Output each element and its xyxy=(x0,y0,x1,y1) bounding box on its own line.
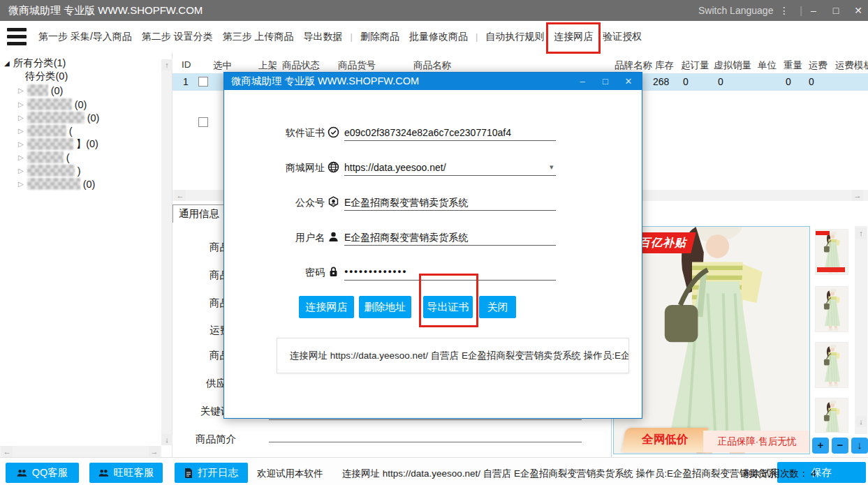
dialog-close-button[interactable]: ✕ xyxy=(619,73,638,90)
row-checkbox[interactable] xyxy=(198,77,208,87)
official-account-label: 公众号 xyxy=(272,197,325,209)
open-log-button[interactable]: 打开日志 xyxy=(175,463,248,483)
dialog-titlebar[interactable]: 微商城助理 专业版 WWW.SHOPFW.COM – □ ✕ xyxy=(224,73,642,90)
official-account-input[interactable]: E企盈招商裂变营销卖货系统 xyxy=(344,197,468,209)
move-image-down-button[interactable]: ↓ xyxy=(851,438,868,454)
cell-weight: 0 xyxy=(786,76,791,87)
col-unit[interactable]: 单位 xyxy=(758,59,777,72)
scroll-right-icon[interactable]: → xyxy=(149,446,160,457)
toolbar-item-batch-edit[interactable]: 批量修改商品 xyxy=(409,31,468,43)
thumbnail-red-tag xyxy=(816,231,830,235)
password-input[interactable]: ●●●●●●●●●●●●● xyxy=(344,268,407,275)
lowest-price-text: 全网低价 xyxy=(624,428,706,451)
col-selected[interactable]: 选中 xyxy=(213,59,232,72)
delete-address-button[interactable]: 删除地址 xyxy=(359,296,411,318)
scroll-right-icon[interactable]: → xyxy=(852,190,863,201)
scroll-left-icon[interactable]: ← xyxy=(175,190,186,201)
tree-item-censored[interactable]: ▷ ) xyxy=(18,164,81,177)
tree-root-all-categories[interactable]: ◢ 所有分类(1) xyxy=(4,57,66,70)
toolbar-item-verify-auth[interactable]: 验证授权 xyxy=(603,31,642,43)
col-brand[interactable]: 品牌名称 xyxy=(615,59,652,72)
certificate-value[interactable]: e09c02f387324e82a6c7ce2307710af4 xyxy=(344,127,511,138)
tab-general-info[interactable]: 通用信息 xyxy=(172,204,226,223)
tree-horizontal-scrollbar[interactable] xyxy=(0,446,161,457)
product-thumbnail[interactable] xyxy=(815,398,848,433)
brief-input-underline[interactable] xyxy=(269,442,582,442)
col-id[interactable]: ID xyxy=(182,59,191,70)
connect-shop-button[interactable]: 连接网店 xyxy=(299,296,354,318)
col-weight[interactable]: 重量 xyxy=(784,59,802,72)
tree-item-unclassified[interactable]: 待分类(0) xyxy=(25,70,68,83)
col-stock[interactable]: 库存 xyxy=(655,59,674,72)
tree-item-censored[interactable]: ▷ (0) xyxy=(18,84,63,97)
scroll-down-icon[interactable]: ↓ xyxy=(161,434,172,445)
username-input[interactable]: E企盈招商裂变营销卖货系统 xyxy=(344,232,468,244)
wangwang-support-button[interactable]: 旺旺客服 xyxy=(89,463,163,483)
hamburger-menu-icon[interactable] xyxy=(0,21,34,52)
col-shipping[interactable]: 运费 xyxy=(809,59,827,72)
category-tree-panel: ◢ 所有分类(1) 待分类(0) ▷ (0) ▷ (0) ▷ (0) ▷ ( ▷ xyxy=(0,52,172,457)
tree-item-censored[interactable]: ▷ ( xyxy=(18,124,73,137)
col-sku[interactable]: 商品货号 xyxy=(338,59,376,72)
cell-virtual-sales: 0 xyxy=(718,76,723,87)
tree-item-censored[interactable]: ▷ (0) xyxy=(18,177,95,191)
shop-url-input[interactable]: https://data.yeesoo.net/ xyxy=(344,162,446,173)
tree-collapsed-icon[interactable]: ▷ xyxy=(18,180,24,188)
cell-stock: 268 xyxy=(653,76,669,87)
scroll-up-icon[interactable]: ↑ xyxy=(161,59,172,70)
toolbar-item-connect-shop[interactable]: 连接网店 xyxy=(554,31,593,43)
col-name[interactable]: 商品名称 xyxy=(413,59,451,72)
certificate-label: 软件证书 xyxy=(272,127,325,140)
close-button[interactable]: ✕ xyxy=(848,0,868,21)
qq-support-button[interactable]: QQ客服 xyxy=(6,463,79,483)
tree-collapsed-icon[interactable]: ▷ xyxy=(18,140,24,148)
switch-language-button[interactable]: Switch Language xyxy=(698,5,773,16)
tree-collapsed-icon[interactable]: ▷ xyxy=(18,154,24,161)
tree-item-censored[interactable]: ▷ (0) xyxy=(18,111,99,124)
toolbar-item-auto-rules[interactable]: 自动执行规则 xyxy=(485,31,544,43)
close-dialog-button[interactable]: 关闭 xyxy=(479,296,516,318)
col-virtual-sales[interactable]: 虚拟销量 xyxy=(714,59,751,72)
thumbnails-scrollbar[interactable] xyxy=(855,226,867,434)
scroll-left-icon[interactable]: ← xyxy=(1,446,13,457)
col-shipping-template[interactable]: 运费模板 xyxy=(835,59,868,72)
tree-collapsed-icon[interactable]: ▷ xyxy=(18,87,24,94)
col-onsale[interactable]: 上架 xyxy=(258,59,277,72)
tree-item-censored[interactable]: ▷ (0) xyxy=(18,98,87,111)
tree-collapsed-icon[interactable]: ▷ xyxy=(18,100,24,108)
tree-item-censored[interactable]: ▷ ( xyxy=(18,151,70,164)
people-icon xyxy=(98,469,109,477)
tree-collapsed-icon[interactable]: ▷ xyxy=(18,127,24,135)
tree-collapsed-icon[interactable]: ▷ xyxy=(18,114,24,121)
tree-collapsed-icon[interactable]: ▷ xyxy=(18,167,24,174)
add-image-button[interactable]: + xyxy=(812,438,829,454)
export-certificate-button[interactable]: 导出证书 xyxy=(423,296,473,318)
toolbar-item-delete[interactable]: 删除商品 xyxy=(360,31,399,43)
tree-expanded-icon[interactable]: ◢ xyxy=(4,59,10,67)
product-thumbnail[interactable] xyxy=(815,286,848,332)
censored-text xyxy=(27,98,72,110)
col-status[interactable]: 商品状态 xyxy=(282,59,320,72)
product-thumbnail[interactable] xyxy=(815,342,848,388)
dropdown-arrow-icon[interactable]: ▾ xyxy=(550,163,554,172)
remove-image-button[interactable]: − xyxy=(832,438,848,454)
product-main-image[interactable]: 百亿补贴 全网低价 正品保障·售后无忧 xyxy=(613,226,810,454)
scroll-up-icon[interactable]: ↑ xyxy=(855,227,867,239)
col-min-order[interactable]: 起订量 xyxy=(681,59,709,72)
select-all-checkbox[interactable] xyxy=(198,117,208,127)
toolbar-item-import[interactable]: 第一步 采集/导入商品 xyxy=(38,31,132,43)
scroll-down-icon[interactable]: ↓ xyxy=(855,416,867,427)
toolbar-item-categories[interactable]: 第二步 设置分类 xyxy=(142,31,213,43)
keyword-input-underline[interactable] xyxy=(269,419,582,420)
dialog-minimize-button[interactable]: – xyxy=(573,73,591,90)
tree-vertical-scrollbar[interactable] xyxy=(161,59,172,445)
toolbar-item-export-data[interactable]: 导出数据 xyxy=(304,31,343,43)
dialog-maximize-button[interactable]: □ xyxy=(596,73,615,90)
window-titlebar: 微商城助理 专业版 WWW.SHOPFW.COM Switch Language… xyxy=(0,0,868,21)
tree-item-censored[interactable]: ▷ 】(0) xyxy=(18,137,98,151)
toolbar-item-upload[interactable]: 第三步 上传商品 xyxy=(223,31,294,43)
thumbnail-photo xyxy=(816,287,848,331)
minimize-button[interactable]: – xyxy=(803,0,824,21)
maximize-button[interactable]: □ xyxy=(825,0,846,21)
product-thumbnail[interactable] xyxy=(815,229,848,275)
